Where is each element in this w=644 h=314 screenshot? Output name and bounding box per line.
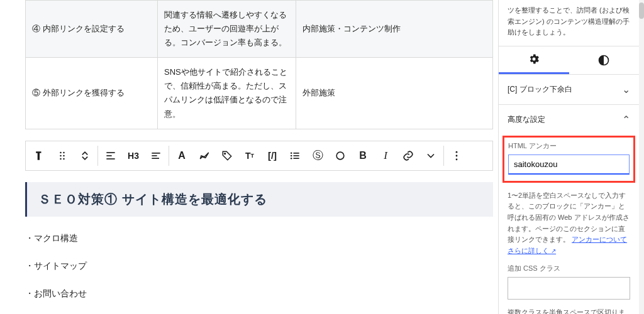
- link-icon[interactable]: [397, 144, 419, 167]
- svg-point-12: [225, 153, 226, 154]
- toolbar-separator: [97, 146, 98, 166]
- svg-point-20: [456, 151, 458, 153]
- sidebar-tabs: [499, 46, 639, 75]
- svg-rect-14: [294, 153, 299, 154]
- svg-rect-8: [106, 158, 114, 160]
- highlighted-anchor-field: HTML アンカー: [502, 136, 635, 183]
- additional-css-input[interactable]: [508, 277, 630, 300]
- css-label: 追加 CSS クラス: [508, 264, 630, 273]
- table-cell: SNSや他サイトで紹介されることで、信頼性が高まる。ただし、スパムリンクは低評価…: [158, 58, 296, 129]
- svg-point-21: [456, 154, 458, 156]
- circle-icon[interactable]: [329, 144, 352, 167]
- italic-icon[interactable]: I: [374, 144, 397, 167]
- heading-block[interactable]: ＳＥＯ対策① サイト構造を最適化する: [25, 182, 493, 217]
- svg-rect-18: [294, 158, 299, 159]
- block-toolbar: H3 A TT [/] Ⓢ B I: [25, 141, 493, 171]
- sidebar-description: ツを整理することで、訪問者 (および検索エンジン) のコンテンツ構造理解の手助け…: [499, 0, 639, 46]
- anchor-label: HTML アンカー: [508, 141, 630, 151]
- text-color-icon[interactable]: A: [170, 144, 193, 167]
- svg-rect-11: [152, 158, 159, 159]
- table-row: ④ 内部リンクを設定する 関連する情報へ遷移しやすくなるため、ユーザーの回遊率が…: [26, 1, 493, 58]
- svg-point-4: [60, 158, 62, 160]
- drag-handle-icon[interactable]: [51, 144, 74, 167]
- highlight-icon[interactable]: [193, 144, 216, 167]
- html-anchor-input[interactable]: [508, 154, 630, 175]
- toolbar-separator: [443, 146, 444, 166]
- svg-point-13: [291, 152, 292, 154]
- content-table: ④ 内部リンクを設定する 関連する情報へ遷移しやすくなるため、ユーザーの回遊率が…: [25, 0, 493, 129]
- external-icon: ↗: [551, 247, 556, 254]
- css-help-text: 複数クラスを半角スペースで区切ります。: [499, 303, 639, 314]
- more-icon[interactable]: [445, 144, 468, 167]
- contrast-tab[interactable]: [569, 46, 640, 74]
- block-type-icon[interactable]: [28, 144, 51, 167]
- table-cell: 外部施策: [296, 58, 493, 129]
- font-size-icon[interactable]: TT: [238, 144, 261, 167]
- bracket-icon[interactable]: [/]: [261, 144, 284, 167]
- svg-point-3: [63, 154, 65, 156]
- panel-label: [C] ブロック下余白: [508, 84, 572, 95]
- align-icon[interactable]: [99, 144, 122, 167]
- panel-advanced[interactable]: 高度な設定 ⌃: [499, 105, 639, 134]
- bold-icon[interactable]: B: [352, 144, 374, 167]
- paragraph[interactable]: ・お問い合わせ: [25, 288, 493, 300]
- panel-block-margin[interactable]: [C] ブロック下余白 ⌄: [499, 75, 639, 105]
- heading-level-button[interactable]: H3: [122, 144, 145, 167]
- chevron-down-icon[interactable]: [419, 144, 442, 167]
- svg-rect-6: [106, 152, 114, 153]
- anchor-help-text: 1〜2単語を空白スペースなしで入力すると、このブロックに「アンカー」と呼ばれる固…: [499, 187, 639, 258]
- text-align-icon[interactable]: [145, 144, 167, 167]
- svg-point-22: [456, 158, 458, 160]
- table-row: ⑤ 外部リンクを獲得する SNSや他サイトで紹介されることで、信頼性が高まる。た…: [26, 58, 493, 129]
- body-content: ・マクロ構造 ・サイトマップ ・お問い合わせ メディアの目的を明確にする まずは…: [25, 233, 493, 314]
- table-cell: ④ 内部リンクを設定する: [26, 1, 158, 58]
- svg-rect-16: [294, 155, 299, 156]
- svg-rect-9: [152, 153, 160, 154]
- table-cell: 内部施策・コンテンツ制作: [296, 1, 493, 58]
- paragraph[interactable]: ・サイトマップ: [25, 261, 493, 272]
- svg-point-5: [63, 158, 65, 160]
- table-cell: ⑤ 外部リンクを獲得する: [26, 58, 158, 129]
- svg-point-2: [60, 154, 62, 156]
- svg-point-1: [63, 151, 65, 153]
- circled-s-icon[interactable]: Ⓢ: [306, 144, 329, 167]
- paragraph[interactable]: ・マクロ構造: [25, 233, 493, 244]
- additional-css-field: 追加 CSS クラス: [499, 257, 639, 303]
- svg-point-19: [336, 152, 344, 160]
- svg-rect-7: [106, 155, 111, 156]
- svg-point-0: [60, 151, 62, 153]
- settings-tab[interactable]: [499, 46, 569, 74]
- chevron-up-icon: ⌃: [622, 114, 630, 126]
- svg-point-15: [291, 154, 292, 156]
- editor-canvas: ④ 内部リンクを設定する 関連する情報へ遷移しやすくなるため、ユーザーの回遊率が…: [0, 0, 498, 314]
- table-cell: 関連する情報へ遷移しやすくなるため、ユーザーの回遊率が上がる。コンバージョン率も…: [158, 1, 296, 58]
- toolbar-separator: [169, 146, 169, 166]
- move-icon[interactable]: [74, 144, 96, 167]
- chevron-down-icon: ⌄: [622, 84, 630, 95]
- svg-point-17: [291, 158, 292, 160]
- list-icon[interactable]: [284, 144, 306, 167]
- scrollbar-thumb[interactable]: [639, 3, 644, 19]
- panel-label: 高度な設定: [508, 114, 545, 125]
- vertical-scrollbar[interactable]: [639, 0, 644, 314]
- settings-sidebar: ツを整理することで、訪問者 (および検索エンジン) のコンテンツ構造理解の手助け…: [498, 0, 639, 314]
- tag-icon[interactable]: [216, 144, 238, 167]
- svg-rect-10: [152, 155, 157, 156]
